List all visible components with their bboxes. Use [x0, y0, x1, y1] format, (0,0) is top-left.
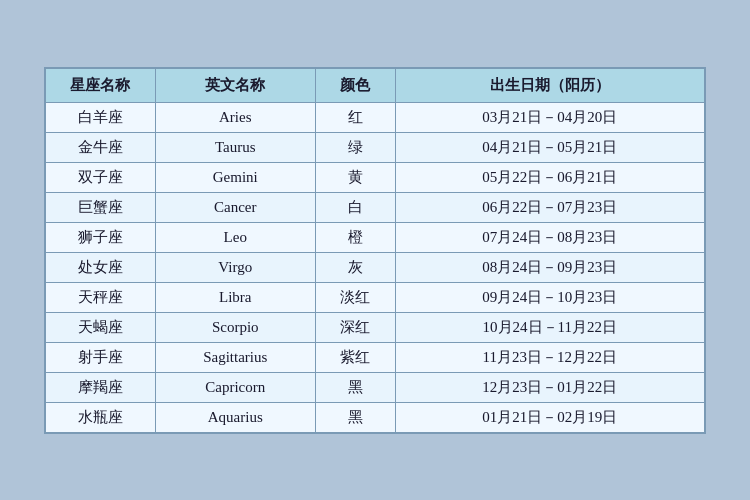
cell-color: 紫红 — [315, 342, 395, 372]
cell-chinese: 狮子座 — [46, 222, 156, 252]
zodiac-table: 星座名称 英文名称 颜色 出生日期（阳历） 白羊座Aries红03月21日－04… — [45, 68, 705, 433]
cell-color: 淡红 — [315, 282, 395, 312]
cell-date: 11月23日－12月22日 — [395, 342, 704, 372]
cell-date: 01月21日－02月19日 — [395, 402, 704, 432]
cell-date: 06月22日－07月23日 — [395, 192, 704, 222]
cell-color: 红 — [315, 102, 395, 132]
table-row: 天蝎座Scorpio深红10月24日－11月22日 — [46, 312, 705, 342]
cell-color: 深红 — [315, 312, 395, 342]
cell-date: 09月24日－10月23日 — [395, 282, 704, 312]
zodiac-table-container: 星座名称 英文名称 颜色 出生日期（阳历） 白羊座Aries红03月21日－04… — [44, 67, 706, 434]
cell-english: Cancer — [155, 192, 315, 222]
cell-chinese: 水瓶座 — [46, 402, 156, 432]
cell-chinese: 巨蟹座 — [46, 192, 156, 222]
cell-english: Libra — [155, 282, 315, 312]
cell-english: Virgo — [155, 252, 315, 282]
table-row: 射手座Sagittarius紫红11月23日－12月22日 — [46, 342, 705, 372]
cell-english: Aquarius — [155, 402, 315, 432]
cell-date: 08月24日－09月23日 — [395, 252, 704, 282]
cell-date: 03月21日－04月20日 — [395, 102, 704, 132]
cell-english: Sagittarius — [155, 342, 315, 372]
cell-english: Gemini — [155, 162, 315, 192]
cell-color: 灰 — [315, 252, 395, 282]
cell-date: 05月22日－06月21日 — [395, 162, 704, 192]
cell-chinese: 天蝎座 — [46, 312, 156, 342]
cell-chinese: 白羊座 — [46, 102, 156, 132]
cell-color: 黑 — [315, 372, 395, 402]
cell-color: 黄 — [315, 162, 395, 192]
cell-chinese: 天秤座 — [46, 282, 156, 312]
cell-english: Leo — [155, 222, 315, 252]
table-row: 天秤座Libra淡红09月24日－10月23日 — [46, 282, 705, 312]
cell-color: 黑 — [315, 402, 395, 432]
cell-english: Aries — [155, 102, 315, 132]
cell-chinese: 双子座 — [46, 162, 156, 192]
table-row: 摩羯座Capricorn黑12月23日－01月22日 — [46, 372, 705, 402]
header-english: 英文名称 — [155, 68, 315, 102]
cell-chinese: 金牛座 — [46, 132, 156, 162]
cell-color: 橙 — [315, 222, 395, 252]
cell-date: 04月21日－05月21日 — [395, 132, 704, 162]
cell-color: 白 — [315, 192, 395, 222]
cell-english: Taurus — [155, 132, 315, 162]
cell-chinese: 射手座 — [46, 342, 156, 372]
table-row: 狮子座Leo橙07月24日－08月23日 — [46, 222, 705, 252]
header-color: 颜色 — [315, 68, 395, 102]
table-row: 白羊座Aries红03月21日－04月20日 — [46, 102, 705, 132]
table-row: 水瓶座Aquarius黑01月21日－02月19日 — [46, 402, 705, 432]
cell-color: 绿 — [315, 132, 395, 162]
cell-chinese: 处女座 — [46, 252, 156, 282]
table-row: 巨蟹座Cancer白06月22日－07月23日 — [46, 192, 705, 222]
table-row: 处女座Virgo灰08月24日－09月23日 — [46, 252, 705, 282]
cell-english: Capricorn — [155, 372, 315, 402]
cell-date: 10月24日－11月22日 — [395, 312, 704, 342]
table-row: 金牛座Taurus绿04月21日－05月21日 — [46, 132, 705, 162]
cell-date: 12月23日－01月22日 — [395, 372, 704, 402]
cell-english: Scorpio — [155, 312, 315, 342]
table-header-row: 星座名称 英文名称 颜色 出生日期（阳历） — [46, 68, 705, 102]
header-chinese: 星座名称 — [46, 68, 156, 102]
table-row: 双子座Gemini黄05月22日－06月21日 — [46, 162, 705, 192]
cell-date: 07月24日－08月23日 — [395, 222, 704, 252]
header-date: 出生日期（阳历） — [395, 68, 704, 102]
table-body: 白羊座Aries红03月21日－04月20日金牛座Taurus绿04月21日－0… — [46, 102, 705, 432]
cell-chinese: 摩羯座 — [46, 372, 156, 402]
